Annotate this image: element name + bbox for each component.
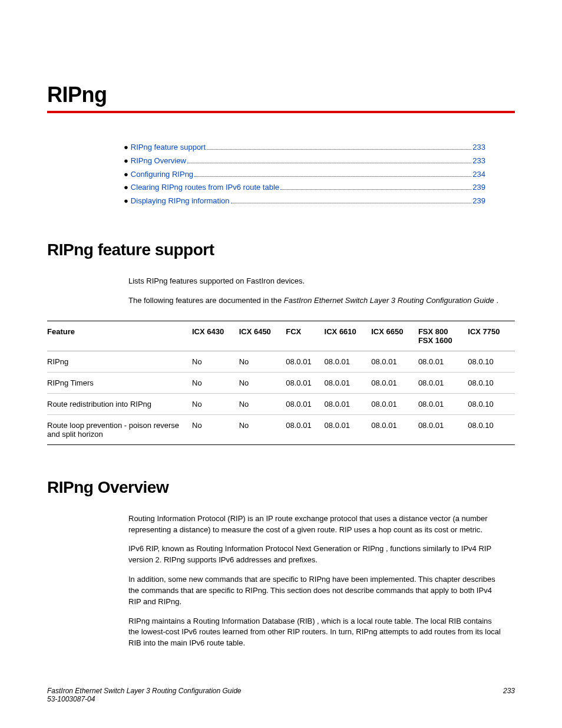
cell: No xyxy=(192,393,239,414)
section-body: Lists RIPng features supported on FastIr… xyxy=(128,276,503,307)
col-header: FSX 800 FSX 1600 xyxy=(418,321,468,351)
col-header: ICX 6650 xyxy=(371,321,418,351)
cell: 08.0.10 xyxy=(468,414,515,444)
cell: 08.0.01 xyxy=(286,414,324,444)
page-footer: FastIron Ethernet Switch Layer 3 Routing… xyxy=(47,687,515,703)
toc-leader xyxy=(187,163,472,163)
table-row: Route loop prevention - poison reverse a… xyxy=(47,414,515,444)
toc-item[interactable]: ● Configuring RIPng 234 xyxy=(124,169,485,181)
col-header: ICX 7750 xyxy=(468,321,515,351)
bullet-icon: ● xyxy=(124,155,128,167)
bullet-icon: ● xyxy=(124,195,128,207)
toc-page: 234 xyxy=(472,169,485,181)
col-header: Feature xyxy=(47,321,192,351)
cell: RIPng Timers xyxy=(47,372,192,393)
chapter-rule xyxy=(47,111,515,113)
cell: No xyxy=(192,372,239,393)
section-heading-overview: RIPng Overview xyxy=(47,478,515,497)
toc-item[interactable]: ● RIPng feature support 233 xyxy=(124,141,485,154)
doc-reference: The following features are documented in… xyxy=(128,295,503,307)
col-header: ICX 6610 xyxy=(325,321,372,351)
col-header: ICX 6450 xyxy=(239,321,286,351)
cell: 08.0.01 xyxy=(325,393,372,414)
cell: No xyxy=(192,351,239,372)
toc-leader xyxy=(231,203,472,203)
cell: 08.0.01 xyxy=(371,351,418,372)
bullet-icon: ● xyxy=(124,169,128,181)
cell: 08.0.01 xyxy=(418,372,468,393)
paragraph: IPv6 RIP, known as Routing Information P… xyxy=(128,543,503,566)
toc-label: RIPng feature support xyxy=(131,141,206,154)
text: . xyxy=(494,296,498,305)
footer-doc-number: 53-1003087-04 xyxy=(47,695,95,703)
feature-support-table: Feature ICX 6430 ICX 6450 FCX ICX 6610 I… xyxy=(47,321,515,445)
cell: 08.0.10 xyxy=(468,372,515,393)
text: The following features are documented in… xyxy=(128,296,284,305)
toc-leader xyxy=(280,189,471,190)
toc-item[interactable]: ● Clearing RIPng routes from IPv6 route … xyxy=(124,182,485,194)
toc-page: 233 xyxy=(472,155,485,167)
cell: 08.0.01 xyxy=(286,393,324,414)
toc-leader xyxy=(194,176,471,177)
col-header: FCX xyxy=(286,321,324,351)
paragraph: RIPng maintains a Routing Information Da… xyxy=(128,616,503,650)
cell: 08.0.01 xyxy=(325,414,372,444)
chapter-title: RIPng xyxy=(47,83,515,107)
paragraph: In addition, some new commands that are … xyxy=(128,574,503,608)
toc-item[interactable]: ● RIPng Overview 233 xyxy=(124,155,485,167)
cell: 08.0.01 xyxy=(286,372,324,393)
cell: 08.0.01 xyxy=(371,372,418,393)
bullet-icon: ● xyxy=(124,182,128,194)
cell: No xyxy=(239,351,286,372)
toc-page: 239 xyxy=(472,195,485,207)
toc-label: Displaying RIPng information xyxy=(131,195,230,207)
toc-label: RIPng Overview xyxy=(131,155,186,167)
bullet-icon: ● xyxy=(124,141,128,154)
toc-label: Clearing RIPng routes from IPv6 route ta… xyxy=(131,182,279,194)
cell: 08.0.01 xyxy=(325,351,372,372)
cell: 08.0.01 xyxy=(325,372,372,393)
col-header: ICX 6430 xyxy=(192,321,239,351)
paragraph: Routing Information Protocol (RIP) is an… xyxy=(128,513,503,536)
cell: 08.0.10 xyxy=(468,351,515,372)
cell: 08.0.01 xyxy=(418,414,468,444)
cell: No xyxy=(239,372,286,393)
table-header-row: Feature ICX 6430 ICX 6450 FCX ICX 6610 I… xyxy=(47,321,515,351)
table-row: RIPng No No 08.0.01 08.0.01 08.0.01 08.0… xyxy=(47,351,515,372)
cell: 08.0.10 xyxy=(468,393,515,414)
table-row: RIPng Timers No No 08.0.01 08.0.01 08.0.… xyxy=(47,372,515,393)
cell: No xyxy=(192,414,239,444)
toc-page: 239 xyxy=(472,182,485,194)
toc-label: Configuring RIPng xyxy=(131,169,193,181)
cell: RIPng xyxy=(47,351,192,372)
table-of-contents: ● RIPng feature support 233 ● RIPng Over… xyxy=(124,141,485,207)
cell: No xyxy=(239,414,286,444)
cell: Route loop prevention - poison reverse a… xyxy=(47,414,192,444)
cell: 08.0.01 xyxy=(418,393,468,414)
doc-title-italic: FastIron Ethernet Switch Layer 3 Routing… xyxy=(284,296,494,305)
cell: 08.0.01 xyxy=(286,351,324,372)
toc-leader xyxy=(207,149,471,150)
section-heading-feature-support: RIPng feature support xyxy=(47,241,515,259)
table-row: Route redistribution into RIPng No No 08… xyxy=(47,393,515,414)
cell: 08.0.01 xyxy=(418,351,468,372)
intro-text: Lists RIPng features supported on FastIr… xyxy=(128,276,503,287)
toc-page: 233 xyxy=(472,141,485,154)
cell: No xyxy=(239,393,286,414)
footer-page-number: 233 xyxy=(503,687,515,703)
footer-left: FastIron Ethernet Switch Layer 3 Routing… xyxy=(47,687,242,703)
section-body: Routing Information Protocol (RIP) is an… xyxy=(128,513,503,649)
toc-item[interactable]: ● Displaying RIPng information 239 xyxy=(124,195,485,207)
cell: 08.0.01 xyxy=(371,414,418,444)
cell: Route redistribution into RIPng xyxy=(47,393,192,414)
footer-doc-title: FastIron Ethernet Switch Layer 3 Routing… xyxy=(47,687,242,695)
cell: 08.0.01 xyxy=(371,393,418,414)
